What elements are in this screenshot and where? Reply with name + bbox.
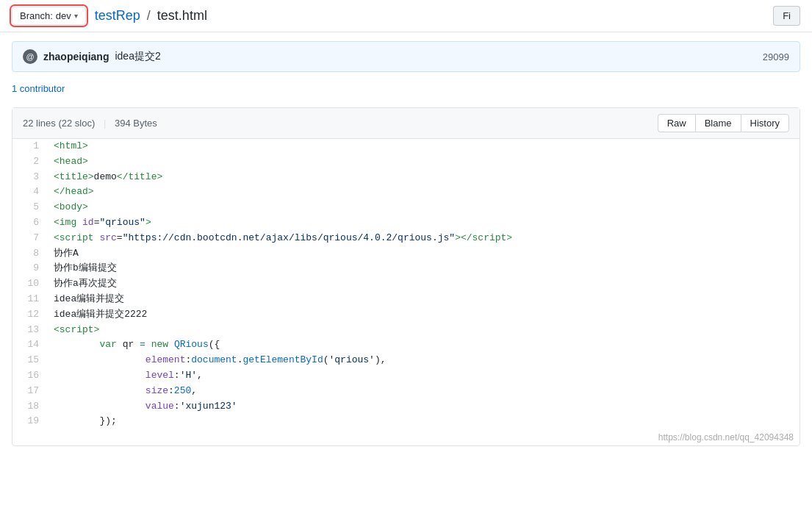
- line-number: 15: [12, 353, 48, 368]
- file-meta: 22 lines (22 sloc) | 394 Bytes: [23, 118, 157, 129]
- table-row: 5<body>: [12, 200, 800, 215]
- line-number: 3: [12, 170, 48, 185]
- table-row: 16 level:'H',: [12, 368, 800, 384]
- line-code: <img id="qrious">: [48, 215, 800, 231]
- line-number: 4: [12, 185, 48, 200]
- line-code: var qr = new QRious({: [48, 337, 800, 353]
- branch-selector[interactable]: Branch: dev ▾: [12, 7, 86, 25]
- line-code: });: [48, 414, 800, 429]
- history-button[interactable]: History: [741, 114, 789, 132]
- line-number: 19: [12, 414, 48, 429]
- table-row: 17 size:250,: [12, 384, 800, 399]
- line-code: element:document.getElementById('qrious'…: [48, 353, 800, 368]
- table-row: 2<head>: [12, 154, 800, 170]
- line-code: idea编辑并提交2222: [48, 307, 800, 323]
- avatar: @: [23, 49, 37, 64]
- table-row: 4</head>: [12, 185, 800, 200]
- line-code: <head>: [48, 154, 800, 170]
- table-row: 6<img id="qrious">: [12, 215, 800, 231]
- branch-label: Branch:: [20, 10, 53, 21]
- watermark: https://blog.csdn.net/qq_42094348: [12, 429, 800, 445]
- line-number: 2: [12, 154, 48, 170]
- raw-button[interactable]: Raw: [658, 114, 695, 132]
- file-viewer: 22 lines (22 sloc) | 394 Bytes Raw Blame…: [12, 107, 800, 446]
- table-row: 7<script src="https://cdn.bootcdn.net/aj…: [12, 231, 800, 246]
- table-row: 9协作b编辑提交: [12, 261, 800, 276]
- line-code: level:'H',: [48, 368, 800, 384]
- line-number: 16: [12, 368, 48, 384]
- table-row: 1<html>: [12, 139, 800, 154]
- line-number: 13: [12, 323, 48, 338]
- line-number: 18: [12, 399, 48, 415]
- line-code: size:250,: [48, 384, 800, 399]
- file-header: 22 lines (22 sloc) | 394 Bytes Raw Blame…: [12, 108, 800, 139]
- line-number: 6: [12, 215, 48, 231]
- file-meta-sep: |: [104, 118, 106, 129]
- find-file-button[interactable]: Fi: [773, 6, 800, 26]
- top-bar: Branch: dev ▾ testRep / test.html Fi: [0, 0, 812, 32]
- line-number: 5: [12, 200, 48, 215]
- line-code: </head>: [48, 185, 800, 200]
- table-row: 14 var qr = new QRious({: [12, 337, 800, 353]
- line-number: 14: [12, 337, 48, 353]
- contributor-link[interactable]: 1 contributor: [12, 83, 65, 94]
- file-actions: Raw Blame History: [658, 114, 789, 132]
- line-number: 8: [12, 246, 48, 262]
- line-code: <script src="https://cdn.bootcdn.net/aja…: [48, 231, 800, 246]
- line-number: 12: [12, 307, 48, 323]
- table-row: 15 element:document.getElementById('qrio…: [12, 353, 800, 368]
- table-row: 3<title>demo</title>: [12, 170, 800, 185]
- repo-link[interactable]: testRep: [95, 8, 140, 23]
- blame-button[interactable]: Blame: [695, 114, 741, 132]
- breadcrumb-sep: /: [147, 8, 154, 23]
- line-code: 协作a再次提交: [48, 276, 800, 292]
- file-size: 394 Bytes: [115, 118, 157, 129]
- commit-author[interactable]: zhaopeiqiang: [43, 51, 109, 62]
- table-row: 12idea编辑并提交2222: [12, 307, 800, 323]
- commit-bar: @ zhaopeiqiang idea提交2 29099: [12, 41, 800, 72]
- table-row: 18 value:'xujun123': [12, 399, 800, 415]
- file-name: test.html: [157, 8, 207, 23]
- commit-hash: 29099: [763, 51, 789, 62]
- table-row: 13<script>: [12, 323, 800, 338]
- line-number: 10: [12, 276, 48, 292]
- line-code: idea编辑并提交: [48, 292, 800, 307]
- line-code: 协作A: [48, 246, 800, 262]
- breadcrumb: testRep / test.html: [95, 8, 207, 24]
- commit-bar-left: @ zhaopeiqiang idea提交2: [23, 49, 161, 64]
- table-row: 19 });: [12, 414, 800, 429]
- line-number: 11: [12, 292, 48, 307]
- line-number: 17: [12, 384, 48, 399]
- line-code: <body>: [48, 200, 800, 215]
- table-row: 8协作A: [12, 246, 800, 262]
- file-lines: 22 lines (22 sloc): [23, 118, 95, 129]
- line-code: 协作b编辑提交: [48, 261, 800, 276]
- line-number: 7: [12, 231, 48, 246]
- line-number: 9: [12, 261, 48, 276]
- branch-name: dev: [56, 10, 71, 21]
- line-code: <script>: [48, 323, 800, 338]
- chevron-down-icon: ▾: [74, 12, 78, 20]
- commit-message: idea提交2: [115, 50, 160, 63]
- line-code: <title>demo</title>: [48, 170, 800, 185]
- line-code: value:'xujun123': [48, 399, 800, 415]
- contributor-bar: 1 contributor: [12, 78, 800, 99]
- table-row: 11idea编辑并提交: [12, 292, 800, 307]
- table-row: 10协作a再次提交: [12, 276, 800, 292]
- line-code: <html>: [48, 139, 800, 154]
- line-number: 1: [12, 139, 48, 154]
- code-table: 1<html>2<head>3<title>demo</title>4</hea…: [12, 139, 800, 429]
